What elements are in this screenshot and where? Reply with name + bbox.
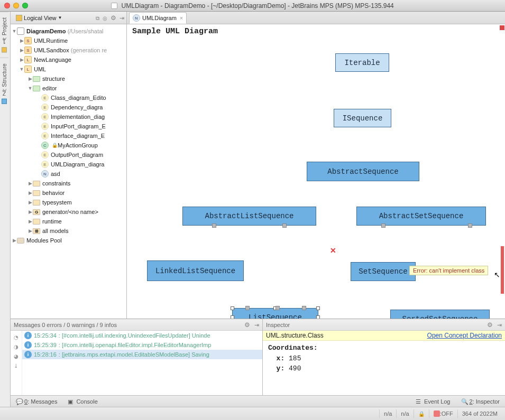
status-memory[interactable]: 364 of 2022M (457, 409, 502, 418)
expand-icon[interactable] (12, 29, 17, 34)
connection-handle[interactable] (282, 223, 287, 228)
tree-node-umldiagram[interactable]: EUMLDiagram_diagra (11, 160, 126, 169)
tree-node-asd[interactable]: Nasd (11, 169, 126, 179)
uml-box-iterable[interactable]: Iterable (335, 53, 389, 72)
expand-icon[interactable] (19, 67, 24, 72)
status-lock[interactable] (414, 409, 429, 418)
tree-node-implementation[interactable]: EImplementation_diag (11, 112, 126, 122)
project-tree[interactable]: DiagramDemo (/Users/shatal SUMLRuntime S… (11, 24, 126, 319)
folder-icon (33, 76, 40, 82)
tree-node-structure[interactable]: structure (11, 74, 126, 83)
expand-icon[interactable] (27, 219, 33, 224)
export-icon[interactable]: ⤓ (12, 361, 20, 370)
tree-node-interface[interactable]: EInterface_diagram_E (11, 131, 126, 141)
gear-icon[interactable] (487, 321, 493, 329)
connection-handle[interactable] (212, 223, 216, 228)
message-row[interactable]: i15:28:16 : [jetbrains.mps.extapi.model.… (22, 350, 262, 359)
tree-node-inputport[interactable]: EInputPort_diagram_E (11, 122, 126, 131)
eventlog-tool-tab[interactable]: ☰Event Log (410, 396, 456, 407)
connection-handle[interactable] (468, 223, 472, 228)
expand-icon[interactable] (12, 238, 17, 243)
y-value[interactable]: 490 (289, 365, 301, 372)
expand-icon[interactable] (27, 209, 33, 214)
message-row[interactable]: i15:25:34 : [#com.intellij.util.indexing… (22, 331, 262, 340)
tree-node-umlsandbox[interactable]: SUMLSandbox (generation re (11, 45, 126, 55)
uml-box-isequence[interactable]: ISequence (334, 109, 391, 127)
editor-tab-umldiagram[interactable]: N UMLDiagram × (129, 12, 187, 24)
tree-node-constraints[interactable]: constraints (11, 179, 126, 188)
inspector-code[interactable]: Coordinates: x: 185 y: 490 (263, 341, 505, 376)
locate-icon[interactable] (103, 14, 107, 22)
x-value[interactable]: 185 (289, 354, 301, 362)
tree-node-uml[interactable]: LUML (11, 64, 126, 74)
connection-handle[interactable] (245, 306, 250, 310)
uml-box-abstractlistsequence[interactable]: AbstractListSequence (182, 207, 316, 226)
inspector-tool-tab[interactable]: 🔍2: Inspector (456, 396, 506, 407)
open-concept-link[interactable]: Open Concept Declaration (427, 332, 502, 339)
expand-icon[interactable] (27, 76, 33, 81)
gear-icon[interactable] (244, 321, 250, 329)
tree-node-umlruntime[interactable]: SUMLRuntime (11, 36, 126, 45)
resize-handle[interactable] (231, 315, 234, 319)
tree-node-newlanguage[interactable]: LNewLanguage (11, 55, 126, 64)
diagram-canvas[interactable]: Sample UML Diagram (127, 24, 505, 319)
uml-box-linkedlistsequence[interactable]: LinkedListSequence (147, 260, 244, 281)
tree-node-generator[interactable]: Ggenerator/<no name> (11, 207, 126, 217)
uml-box-abstractsequence[interactable]: AbstractSequence (307, 162, 419, 181)
tree-node-runtime[interactable]: runtime (11, 217, 126, 226)
tree-node-outputport[interactable]: EOutputPort_diagram (11, 150, 126, 160)
tree-node-class-diagram[interactable]: EClass_diagram_Edito (11, 93, 126, 102)
info-icon: i (24, 351, 32, 358)
uml-box-setsequence[interactable]: SetSequence (351, 262, 416, 281)
info-icon: i (24, 332, 32, 339)
expand-icon[interactable] (27, 190, 33, 195)
messages-tool-tab[interactable]: 💬0: Messages (11, 396, 62, 407)
uml-box-sortedsetsequence[interactable]: SortedSetSequence (390, 310, 490, 319)
resize-handle[interactable] (316, 315, 320, 319)
error-stripe-marker[interactable] (501, 246, 504, 294)
expand-icon[interactable] (27, 181, 33, 186)
connection-handle[interactable] (302, 306, 306, 310)
tree-node-modulespool[interactable]: Modules Pool (11, 236, 126, 245)
error-marker-icon[interactable]: ✕ (330, 246, 336, 255)
connection-handle[interactable] (276, 306, 280, 310)
view-dropdown[interactable]: Logical View ▼ (13, 14, 65, 22)
messages-list[interactable]: i15:25:34 : [#com.intellij.util.indexing… (22, 331, 262, 395)
error-indicator[interactable] (500, 25, 504, 30)
connection-handle[interactable] (381, 223, 385, 228)
hide-panel-icon[interactable] (254, 321, 259, 329)
hide-panel-icon[interactable] (497, 321, 502, 329)
inspector-body[interactable]: UML.structure.Class Open Concept Declara… (263, 331, 505, 395)
uml-box-listsequence[interactable]: ListSequence (232, 308, 318, 319)
filter-warning-icon[interactable]: ◑ (12, 342, 20, 351)
filter-info-icon[interactable]: ◕ (12, 352, 20, 360)
tree-node-dependency[interactable]: EDependency_diagra (11, 102, 126, 112)
tree-root[interactable]: DiagramDemo (/Users/shatal (11, 26, 126, 36)
tree-node-myaction[interactable]: C🔒MyActionGroup (11, 141, 126, 150)
hide-panel-icon[interactable] (120, 14, 124, 22)
status-debug[interactable]: :OFF (429, 409, 457, 418)
gear-icon[interactable] (111, 14, 116, 22)
tree-node-editor[interactable]: editor (11, 83, 126, 93)
expand-icon[interactable] (27, 86, 33, 91)
expand-icon[interactable] (27, 228, 33, 234)
close-tab-icon[interactable]: × (180, 15, 183, 21)
project-tool-tab[interactable]: 1: Project (0, 12, 8, 58)
structure-tool-tab[interactable]: Z: Structure (0, 58, 8, 109)
expand-icon[interactable] (19, 57, 24, 62)
resize-handle[interactable] (316, 306, 320, 310)
expand-icon[interactable] (19, 38, 24, 43)
error-stripe[interactable] (499, 24, 505, 319)
resize-handle[interactable] (231, 306, 234, 310)
filter-error-icon[interactable]: ◔ (12, 333, 20, 341)
message-row[interactable]: i15:25:39 : [#com.intellij.openapi.fileE… (22, 340, 262, 350)
tree-node-typesystem[interactable]: typesystem (11, 198, 126, 207)
info-icon: i (24, 341, 32, 349)
uml-box-abstractsetsequence[interactable]: AbstractSetSequence (356, 207, 486, 226)
autoscroll-icon[interactable] (96, 14, 99, 22)
expand-icon[interactable] (19, 48, 24, 53)
expand-icon[interactable] (27, 200, 33, 205)
tree-node-allmodels[interactable]: ⊞all models (11, 226, 126, 236)
tree-node-behavior[interactable]: behavior (11, 188, 126, 198)
console-tool-tab[interactable]: ▣Console (62, 396, 103, 407)
